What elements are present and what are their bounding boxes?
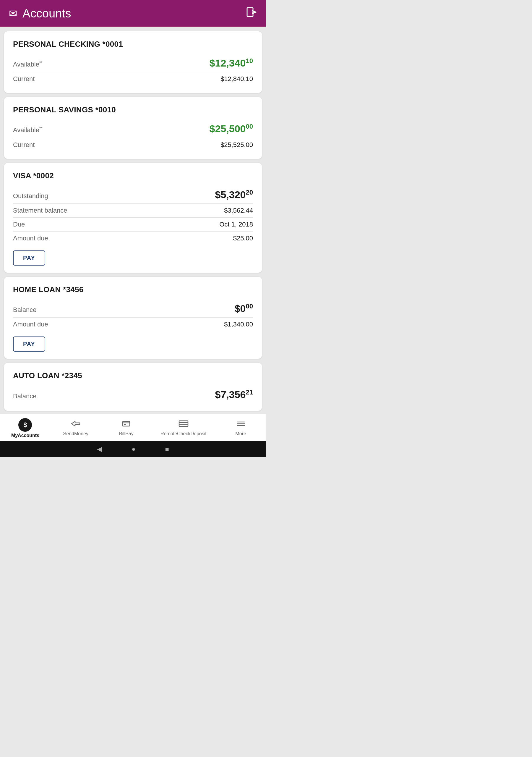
nav-item-remote-check-deposit[interactable]: RemoteCheckDeposit (161, 420, 207, 437)
bill-pay-icon (122, 420, 131, 430)
account-row-due-date: Due Oct 1, 2018 (13, 218, 253, 231)
account-name-personal-savings: PERSONAL SAVINGS *0010 (13, 105, 253, 114)
row-label: Balance (13, 306, 37, 314)
pay-button-home-loan[interactable]: PAY (13, 337, 45, 351)
row-label: Balance (13, 392, 37, 400)
row-label: Outstanding (13, 192, 48, 200)
header-left: ✉ Accounts (9, 7, 71, 20)
account-name-home-loan: HOME LOAN *3456 (13, 285, 253, 294)
send-money-icon (71, 420, 80, 430)
row-value-balance: $7,35621 (215, 388, 253, 400)
more-icon (236, 420, 246, 430)
account-row-current: Current $12,840.10 (13, 72, 253, 86)
system-nav: ◀ ● ■ (0, 441, 266, 457)
account-row-available: Available** $25,50000 (13, 120, 253, 138)
row-label: Available** (13, 126, 43, 134)
nav-item-bill-pay[interactable]: BillPay (110, 420, 142, 437)
nav-label-my-accounts: MyAccounts (11, 433, 39, 438)
row-label: Current (13, 75, 35, 83)
account-row-outstanding: Outstanding $5,32020 (13, 186, 253, 204)
row-label: Statement balance (13, 207, 67, 214)
account-name-auto-loan: AUTO LOAN *2345 (13, 371, 253, 380)
account-row-amount-due: Amount due $1,340.00 (13, 318, 253, 331)
svg-rect-3 (124, 424, 126, 425)
account-row-current: Current $25,525.00 (13, 138, 253, 152)
nav-item-my-accounts[interactable]: $ MyAccounts (9, 418, 42, 438)
account-card-personal-savings[interactable]: PERSONAL SAVINGS *0010 Available** $25,5… (4, 97, 262, 159)
row-value-available: $12,34010 (210, 57, 253, 69)
remote-check-deposit-icon (178, 420, 189, 430)
account-card-home-loan[interactable]: HOME LOAN *3456 Balance $000 Amount due … (4, 277, 262, 359)
nav-label-more: More (235, 431, 246, 437)
message-icon: ✉ (9, 7, 17, 19)
account-name-visa: VISA *0002 (13, 171, 253, 180)
row-value-statement: $3,562.44 (224, 207, 253, 214)
row-value-due-date: Oct 1, 2018 (219, 221, 253, 228)
account-card-personal-checking[interactable]: PERSONAL CHECKING *0001 Available** $12,… (4, 31, 262, 93)
row-label: Due (13, 221, 25, 228)
back-button[interactable]: ◀ (97, 445, 102, 453)
account-row-available: Available** $12,34010 (13, 54, 253, 72)
nav-label-bill-pay: BillPay (119, 431, 133, 437)
account-row-balance: Balance $000 (13, 300, 253, 318)
row-value-outstanding: $5,32020 (215, 189, 253, 200)
row-value-amount-due: $25.00 (233, 234, 253, 242)
account-row-statement: Statement balance $3,562.44 (13, 204, 253, 218)
recents-button[interactable]: ■ (165, 445, 169, 453)
nav-item-more[interactable]: More (224, 420, 257, 437)
row-label: Available** (13, 60, 43, 68)
account-name-personal-checking: PERSONAL CHECKING *0001 (13, 40, 253, 49)
account-card-visa[interactable]: VISA *0002 Outstanding $5,32020 Statemen… (4, 163, 262, 273)
svg-rect-2 (123, 421, 130, 426)
bottom-nav: $ MyAccounts SendMoney BillPay (0, 414, 266, 441)
row-value-balance: $000 (235, 303, 253, 314)
accounts-list: PERSONAL CHECKING *0001 Available** $12,… (0, 27, 266, 414)
nav-label-remote-check-deposit: RemoteCheckDeposit (161, 431, 207, 437)
account-card-auto-loan[interactable]: AUTO LOAN *2345 Balance $7,35621 (4, 363, 262, 410)
header: ✉ Accounts (0, 0, 266, 27)
row-label: Current (13, 141, 35, 149)
pay-button-visa[interactable]: PAY (13, 251, 45, 265)
row-value-available: $25,50000 (210, 123, 253, 135)
row-label: Amount due (13, 234, 48, 242)
logout-icon[interactable] (246, 7, 257, 20)
row-value-current: $25,525.00 (221, 141, 253, 149)
account-row-amount-due: Amount due $25.00 (13, 231, 253, 245)
home-button[interactable]: ● (132, 445, 135, 453)
account-row-balance: Balance $7,35621 (13, 386, 253, 403)
row-value-current: $12,840.10 (221, 75, 253, 83)
row-value-amount-due: $1,340.00 (224, 320, 253, 328)
page-title: Accounts (22, 7, 71, 20)
my-accounts-icon: $ (18, 418, 32, 432)
nav-item-send-money[interactable]: SendMoney (59, 420, 92, 437)
row-label: Amount due (13, 320, 48, 328)
nav-label-send-money: SendMoney (63, 431, 88, 437)
